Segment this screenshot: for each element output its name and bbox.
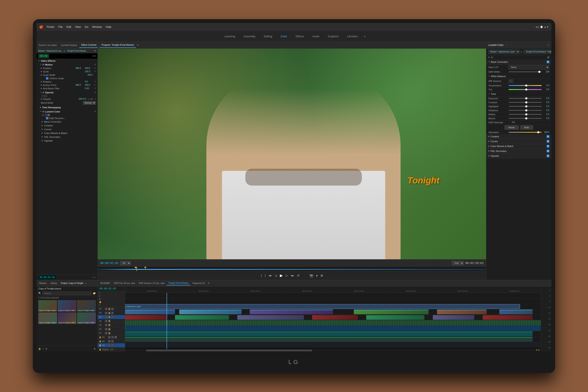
- help-menu[interactable]: Help: [106, 25, 111, 28]
- lock-icon[interactable]: 🔒: [38, 348, 41, 350]
- v3-clip-1[interactable]: [125, 315, 167, 320]
- lumetri-reset[interactable]: ↺: [94, 110, 96, 113]
- lane-v1[interactable]: [125, 326, 541, 331]
- whites-thumb[interactable]: [525, 113, 527, 116]
- v5-solo[interactable]: S: [111, 316, 114, 318]
- add-marker-btn[interactable]: ♦: [316, 274, 318, 277]
- reset-button[interactable]: Reset: [505, 125, 519, 130]
- anchor-reset[interactable]: ↺: [94, 84, 96, 86]
- v4-clip-2[interactable]: [179, 310, 242, 314]
- clip-layer-select[interactable]: Tonight (Final Master) * Adjust...: [524, 50, 551, 54]
- uniform-scale-checkbox[interactable]: [46, 77, 48, 80]
- temperature-slider[interactable]: [509, 85, 542, 86]
- motion-section[interactable]: ▼ fx Motion ↺: [37, 63, 97, 66]
- shadows-slider[interactable]: [509, 110, 542, 111]
- monitor-timecode-start[interactable]: 00:00:02:05: [100, 262, 118, 264]
- position-reset[interactable]: ↺: [94, 67, 96, 69]
- program-menu-icon[interactable]: ≡: [137, 44, 138, 46]
- step-back-btn[interactable]: ◁: [275, 274, 277, 277]
- window-menu[interactable]: Window: [92, 25, 102, 28]
- tab-libraries[interactable]: Libraries: [343, 34, 361, 39]
- v1-multiclip[interactable]: [125, 326, 541, 331]
- clip-label[interactable]: Tonight (Final Maste...: [67, 50, 88, 52]
- go-in-btn[interactable]: ⏮: [269, 274, 272, 277]
- position-y[interactable]: 540.0: [85, 67, 93, 69]
- highlights-thumb[interactable]: [525, 105, 527, 108]
- a3-s[interactable]: S: [111, 344, 114, 346]
- tl-tab-seq01[interactable]: Sequence 01: [191, 281, 207, 285]
- v6-eye[interactable]: 👁: [105, 312, 107, 314]
- lane-v5[interactable]: Adjustment Layer: [125, 304, 541, 309]
- lumetri-expand-icon[interactable]: ⊞: [548, 44, 549, 46]
- tl-tabs-more[interactable]: ≡: [208, 282, 209, 284]
- vignette-item[interactable]: ▶ Vignette: [37, 139, 97, 142]
- a3-lock-icon[interactable]: 🔒: [99, 344, 101, 346]
- panel-icon-2[interactable]: ⊟: [547, 56, 549, 59]
- nav-icons[interactable]: ⊲ ⊳: [92, 276, 96, 278]
- curves-item[interactable]: ▶ Curves: [37, 128, 97, 131]
- bin-icon[interactable]: 🗑: [94, 348, 96, 350]
- anti-flicker-value[interactable]: 0.00: [85, 87, 93, 90]
- opacity-section[interactable]: ▼ fx Opacity ↺: [37, 90, 97, 94]
- v7-eye[interactable]: 👁: [105, 308, 107, 310]
- add-to-sequence-btn[interactable]: ⊕: [321, 274, 323, 277]
- lane-v4[interactable]: [125, 309, 541, 315]
- v2-lock[interactable]: 🔒: [108, 328, 110, 330]
- basic-correction-item[interactable]: ▶ Basic Correction: [37, 120, 97, 124]
- finder-menu[interactable]: Finder: [47, 25, 54, 28]
- v2-eye[interactable]: 👁: [105, 328, 107, 330]
- mark-out-btn[interactable]: ⟩: [265, 274, 266, 277]
- hsl-section-header[interactable]: ▶ HSL Secondary ✓: [486, 149, 551, 154]
- rotation-value[interactable]: 0.0: [85, 80, 93, 83]
- master-volume[interactable]: 0.0: [110, 348, 113, 351]
- master-layer-label[interactable]: Master * Adjustment Lay...: [38, 50, 63, 52]
- v3-clip-3[interactable]: [237, 315, 304, 320]
- cwm-checkbox[interactable]: ✓: [547, 145, 549, 148]
- v3-lock[interactable]: 🔒: [108, 324, 110, 326]
- basic-correction-checkbox[interactable]: ✓: [547, 61, 549, 63]
- new-bin-icon[interactable]: 📁: [93, 292, 96, 295]
- saturation-thumb[interactable]: [537, 131, 539, 133]
- thumbnail-2[interactable]: Copy of Tonight Linked... 2:19: [58, 300, 76, 312]
- opacity-reset-2[interactable]: ↺: [94, 98, 96, 100]
- file-menu[interactable]: File: [58, 25, 63, 28]
- text-tool[interactable]: T: [99, 304, 124, 306]
- tab-source[interactable]: Source: (no clips): [37, 42, 59, 48]
- lane-v3[interactable]: [125, 315, 541, 320]
- v7-lock[interactable]: 🔒: [108, 308, 110, 310]
- contrast-thumb[interactable]: [525, 101, 527, 104]
- grid-view-icon[interactable]: ⊞: [45, 348, 47, 350]
- whites-value[interactable]: 0.0: [543, 113, 549, 116]
- v4-clip-1[interactable]: [125, 310, 175, 314]
- tone-header[interactable]: ▼ Tone: [486, 92, 551, 96]
- hdr-white-slider[interactable]: [509, 72, 542, 72]
- temperature-thumb[interactable]: [525, 84, 527, 86]
- step-forward-btn[interactable]: ▷: [286, 274, 288, 277]
- shadows-value[interactable]: 0.0: [543, 109, 549, 112]
- v1-eye[interactable]: 👁: [105, 332, 107, 334]
- lane-a2[interactable]: [125, 336, 541, 342]
- curves-section-header[interactable]: ▶ Curves ✓: [486, 139, 551, 144]
- monitor-timeline-bar[interactable]: [98, 267, 486, 271]
- lane-master[interactable]: [125, 348, 541, 349]
- high-dynamic-checkbox[interactable]: [46, 117, 48, 120]
- v3-eye[interactable]: 👁: [105, 324, 107, 326]
- zoom-tool[interactable]: ⊕: [99, 298, 124, 300]
- v4-clip-4[interactable]: [354, 310, 429, 314]
- view-menu[interactable]: View: [75, 25, 81, 28]
- color-wheels-match-item[interactable]: ▶ Color Wheels & Match: [37, 131, 97, 135]
- vignette-checkbox[interactable]: ✓: [547, 154, 549, 157]
- tab-project-copy[interactable]: Project: Copy of Tonight: [59, 281, 85, 285]
- v5-eye[interactable]: 👁: [105, 316, 107, 318]
- list-view-icon[interactable]: ≡: [42, 348, 44, 350]
- temperature-value[interactable]: 0.0: [543, 84, 549, 86]
- highlights-slider[interactable]: [509, 106, 542, 107]
- blend-mode-select[interactable]: Normal: [83, 101, 96, 105]
- v7-solo[interactable]: S: [111, 308, 114, 310]
- tab-effect-controls[interactable]: Effect Controls: [79, 42, 98, 48]
- vignette-section-header[interactable]: ▶ Vignette ✓: [486, 154, 551, 158]
- workspace-more[interactable]: »: [362, 34, 367, 38]
- auto-button[interactable]: Auto: [520, 125, 533, 130]
- a2-s[interactable]: S: [111, 340, 114, 342]
- curves-checkbox[interactable]: ✓: [547, 140, 549, 142]
